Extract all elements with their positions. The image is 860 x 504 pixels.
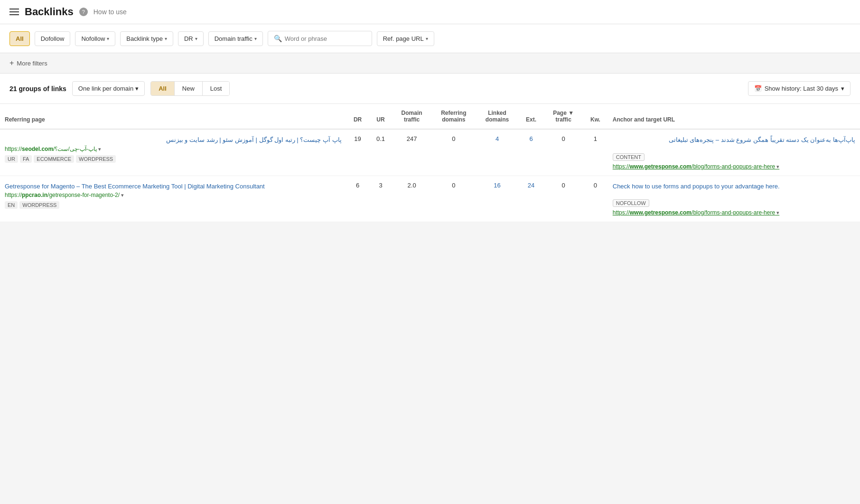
anchor-url-expand-icon[interactable]: ▾	[775, 210, 779, 215]
col-anchor-target: Anchor and target URL	[608, 104, 860, 129]
help-icon[interactable]: ?	[79, 8, 88, 16]
filter-domain-traffic-button[interactable]: Domain traffic ▾	[208, 31, 263, 46]
search-icon: 🔍	[274, 35, 282, 42]
groups-label: 21 groups of links	[9, 85, 66, 93]
search-input[interactable]	[285, 35, 366, 42]
expand-url-arrow-icon[interactable]: ▾	[97, 146, 101, 152]
referring-page-cell: پاپ آپ چیست؟ | رتبه اول گوگل | آموزش سئو…	[0, 129, 346, 176]
tag-item: EN	[5, 201, 18, 209]
expand-url-arrow-icon[interactable]: ▾	[120, 192, 124, 198]
dr-cell: 6	[346, 176, 369, 222]
nofollow-arrow-icon: ▾	[107, 36, 109, 41]
tag-item: FA	[20, 155, 32, 163]
col-ur: UR	[369, 104, 393, 129]
more-filters-section: + More filters	[0, 53, 860, 74]
plus-icon: +	[9, 59, 14, 67]
anchor-text[interactable]: Check how to use forms and popups to you…	[613, 182, 855, 191]
search-box: 🔍	[268, 31, 372, 46]
referring-domains-cell: 0	[431, 176, 476, 222]
ext-cell[interactable]: 24	[518, 176, 544, 222]
tab-lost[interactable]: Lost	[203, 82, 230, 95]
tag-item: ECOMMERCE	[34, 155, 74, 163]
domain-traffic-arrow-icon: ▾	[254, 36, 257, 41]
filter-all-button[interactable]: All	[9, 31, 30, 46]
col-ext: Ext.	[518, 104, 544, 129]
filter-dofollow-button[interactable]: Dofollow	[35, 31, 71, 46]
domain-select-arrow-icon: ▾	[135, 85, 139, 92]
anchor-cell: پاپ‌آپ‌ها به‌عنوان یک دسته تقریباً همگن …	[608, 129, 860, 176]
kw-cell: 0	[583, 176, 608, 222]
filter-nofollow-button[interactable]: Nofollow ▾	[75, 31, 115, 46]
col-domain-traffic: Domaintraffic	[392, 104, 431, 129]
referring-page-url[interactable]: https://seodel.com/پاپ-آپ-چی/ست؟ ▾	[5, 146, 342, 152]
dr-cell: 19	[346, 129, 369, 176]
ur-cell: 0.1	[369, 129, 393, 176]
dr-arrow-icon: ▾	[195, 36, 197, 41]
tab-group: All New Lost	[150, 81, 230, 96]
page-traffic-cell: 0	[544, 129, 583, 176]
referring-page-cell: Getresponse for Magento – The Best Ecomm…	[0, 176, 346, 222]
referring-page-link[interactable]: پاپ آپ چیست؟ | رتبه اول گوگل | آموزش سئو…	[5, 135, 342, 145]
domain-traffic-cell: 2.0	[392, 176, 431, 222]
table-row: Getresponse for Magento – The Best Ecomm…	[0, 176, 860, 222]
referring-domains-cell: 0	[431, 129, 476, 176]
backlink-type-arrow-icon: ▾	[165, 36, 167, 41]
anchor-cell: Check how to use forms and popups to you…	[608, 176, 860, 222]
calendar-icon: 📅	[754, 85, 762, 92]
history-arrow-icon: ▾	[841, 85, 844, 92]
anchor-badge: NOFOLLOW	[613, 199, 649, 207]
tag-list: ENWORDPRESS	[5, 201, 342, 209]
filter-ref-page-url-button[interactable]: Ref. page URL ▾	[377, 31, 434, 46]
linked-domains-cell[interactable]: 4	[476, 129, 518, 176]
col-referring-page: Referring page	[0, 104, 346, 129]
anchor-text[interactable]: پاپ‌آپ‌ها به‌عنوان یک دسته تقریباً همگن …	[613, 135, 855, 145]
tag-item: WORDPRESS	[76, 155, 116, 163]
ext-cell[interactable]: 6	[518, 129, 544, 176]
col-linked-domains: Linkeddomains	[476, 104, 518, 129]
col-page-traffic[interactable]: Page ▼traffic	[544, 104, 583, 129]
hamburger-menu[interactable]	[9, 9, 19, 15]
page-traffic-cell: 0	[544, 176, 583, 222]
how-to-use-link[interactable]: How to use	[93, 8, 127, 16]
filter-backlink-type-button[interactable]: Backlink type ▾	[120, 31, 173, 46]
kw-cell: 1	[583, 129, 608, 176]
header: Backlinks ? How to use	[0, 0, 860, 24]
domain-traffic-cell: 247	[392, 129, 431, 176]
domain-select[interactable]: One link per domain ▾	[72, 81, 145, 96]
col-kw: Kw.	[583, 104, 608, 129]
filters-bar: All Dofollow Nofollow ▾ Backlink type ▾ …	[0, 24, 860, 53]
tag-item: WORDPRESS	[19, 201, 59, 209]
anchor-target-url[interactable]: https://www.getresponse.com/blog/forms-a…	[613, 209, 855, 216]
linked-domains-cell[interactable]: 16	[476, 176, 518, 222]
referring-page-link[interactable]: Getresponse for Magento – The Best Ecomm…	[5, 182, 342, 191]
tab-all[interactable]: All	[151, 82, 175, 95]
backlinks-table-container: Referring page DR UR Domaintraffic Refer…	[0, 104, 860, 222]
ref-page-url-arrow-icon: ▾	[426, 36, 428, 41]
table-controls: 21 groups of links One link per domain ▾…	[0, 74, 860, 104]
table-row: پاپ آپ چیست؟ | رتبه اول گوگل | آموزش سئو…	[0, 129, 860, 176]
tab-new[interactable]: New	[175, 82, 203, 95]
filter-dr-button[interactable]: DR ▾	[178, 31, 204, 46]
anchor-target-url[interactable]: https://www.getresponse.com/blog/forms-a…	[613, 163, 855, 170]
page-title: Backlinks	[25, 6, 74, 18]
referring-page-url[interactable]: https://ppcrao.in/getresponse-for-magent…	[5, 192, 342, 198]
ur-cell: 3	[369, 176, 393, 222]
anchor-badge: CONTENT	[613, 153, 645, 161]
tag-list: URFAECOMMERCEWORDPRESS	[5, 155, 342, 163]
history-button[interactable]: 📅 Show history: Last 30 days ▾	[748, 81, 851, 96]
more-filters-button[interactable]: + More filters	[9, 59, 851, 67]
anchor-url-expand-icon[interactable]: ▾	[775, 164, 779, 169]
col-dr: DR	[346, 104, 369, 129]
backlinks-table: Referring page DR UR Domaintraffic Refer…	[0, 104, 860, 222]
col-referring-domains: Referringdomains	[431, 104, 476, 129]
tag-item: UR	[5, 155, 18, 163]
